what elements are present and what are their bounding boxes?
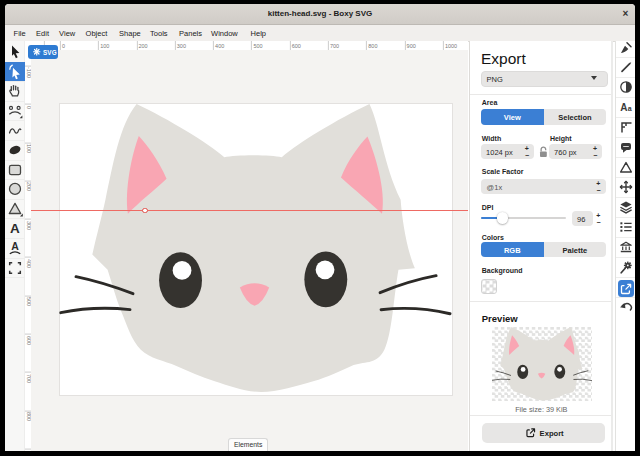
svg-text:A: A <box>11 241 19 252</box>
svg-text:A: A <box>10 221 20 236</box>
svg-text:A: A <box>620 102 627 113</box>
svg-text:a: a <box>628 105 632 112</box>
